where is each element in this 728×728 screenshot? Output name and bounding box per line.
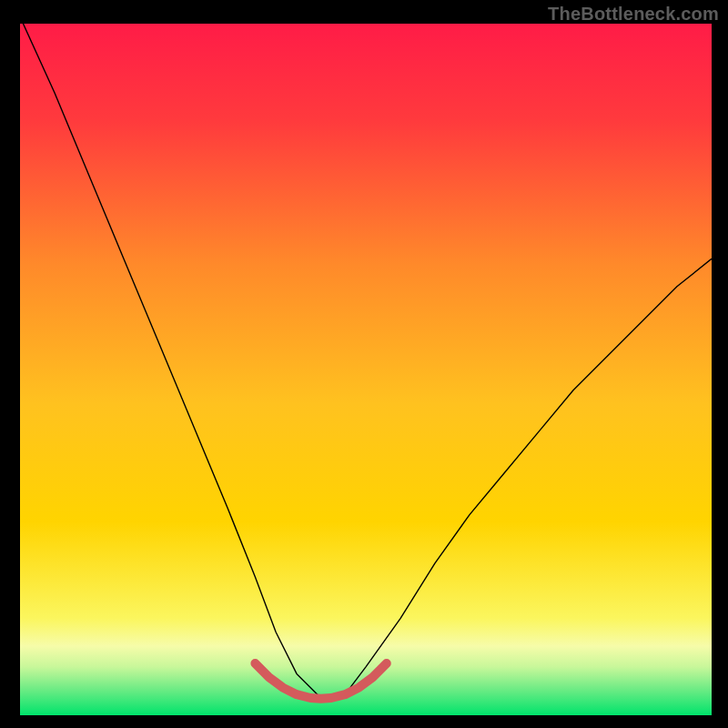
gradient-background: [20, 24, 712, 715]
watermark-text: TheBottleneck.com: [548, 4, 719, 25]
chart-stage: TheBottleneck.com: [0, 0, 728, 728]
bottleneck-chart: [20, 24, 712, 715]
